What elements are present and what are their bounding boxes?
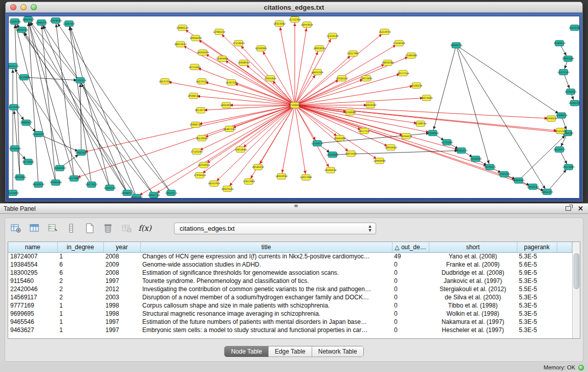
graph-node[interactable]: 10540232: [252, 164, 264, 170]
graph-edge[interactable]: [295, 25, 307, 105]
table-cell[interactable]: Wolkin et al. (1998): [429, 310, 517, 318]
graph-node[interactable]: 12444464: [216, 56, 228, 61]
graph-node[interactable]: 16963054: [313, 46, 325, 51]
graph-edge[interactable]: [295, 105, 421, 123]
graph-node[interactable]: 19416910: [470, 156, 482, 162]
column-header-spacer[interactable]: [557, 242, 572, 252]
table-selector-combobox[interactable]: citations_edges.txt ▲▼: [174, 223, 376, 234]
graph-edge[interactable]: [154, 105, 295, 194]
table-cell[interactable]: 0: [392, 310, 429, 318]
graph-node[interactable]: 18959934: [275, 173, 287, 179]
graph-edge[interactable]: [295, 56, 411, 105]
graph-node[interactable]: 21173865: [68, 176, 80, 181]
table-cell[interactable]: Dudbridge et al. (2008): [429, 269, 517, 277]
graph-node[interactable]: 17651848: [235, 147, 247, 152]
table-cell[interactable]: 5.3E-5: [517, 318, 557, 326]
graph-node[interactable]: 16721045: [441, 140, 453, 145]
table-cell[interactable]: 1997: [103, 326, 140, 334]
table-row[interactable]: 1872400712008Changes of HCN gene express…: [8, 252, 572, 260]
graph-edge[interactable]: [456, 45, 561, 115]
graph-edge[interactable]: [295, 105, 560, 130]
graph-node[interactable]: 18272215: [85, 182, 97, 187]
graph-node[interactable]: 15908914: [238, 60, 250, 65]
graph-node[interactable]: 16354014: [198, 162, 210, 168]
graph-node[interactable]: 14202034: [197, 50, 209, 55]
graph-edge[interactable]: [14, 107, 20, 178]
table-cell[interactable]: Corpus callosum shape and size in male p…: [140, 301, 392, 310]
graph-node[interactable]: 18563784: [16, 27, 28, 33]
graph-node[interactable]: 16570764: [9, 104, 20, 110]
table-row[interactable]: 977716911998Corpus callosum shape and si…: [8, 301, 572, 310]
graph-node[interactable]: 19586514: [188, 93, 200, 99]
graph-node[interactable]: 20437120: [130, 194, 142, 198]
column-header-pagerank[interactable]: pagerank: [517, 242, 557, 252]
column-header-title[interactable]: title: [140, 242, 392, 252]
graph-edge[interactable]: [69, 24, 92, 185]
graph-node[interactable]: 11254549: [326, 33, 338, 39]
column-header-year[interactable]: year: [103, 242, 140, 252]
table-cell[interactable]: 2008: [103, 252, 140, 260]
table-cell[interactable]: Jankovic et al. (1997): [429, 277, 517, 285]
graph-node[interactable]: 21045375: [569, 100, 579, 106]
graph-edge[interactable]: [547, 167, 569, 191]
graph-node[interactable]: 14275512: [196, 79, 208, 84]
graph-node[interactable]: 15134575: [311, 141, 323, 146]
tab-network-table[interactable]: Network Table: [312, 346, 363, 357]
graph-node[interactable]: 14850583: [364, 102, 376, 108]
graph-edge[interactable]: [295, 49, 319, 105]
graph-node[interactable]: 19924510: [527, 184, 538, 189]
graph-edge[interactable]: [56, 20, 171, 193]
table-row[interactable]: 946362711997Embryonic stem cells: a mode…: [8, 326, 572, 334]
graph-node[interactable]: 19565404: [50, 180, 61, 185]
graph-edge[interactable]: [28, 19, 171, 193]
table-cell[interactable]: 2009: [103, 260, 140, 269]
delete-column-icon[interactable]: [101, 222, 115, 234]
graph-edge[interactable]: [22, 30, 154, 195]
table-cell[interactable]: 0: [392, 301, 429, 310]
table-cell[interactable]: 1997: [103, 277, 140, 285]
graph-node[interactable]: 25160590: [9, 19, 20, 25]
table-cell[interactable]: 0: [392, 318, 429, 326]
column-header-out_de[interactable]: △ out_de…: [392, 242, 429, 252]
graph-node[interactable]: 16943014: [301, 22, 313, 28]
table-cell[interactable]: 0: [392, 285, 429, 293]
table-cell[interactable]: 5.9E-5: [517, 269, 557, 277]
zoom-button[interactable]: [31, 4, 37, 10]
graph-node[interactable]: 20020530: [32, 182, 44, 187]
table-cell[interactable]: 0: [392, 326, 429, 334]
graph-edge[interactable]: [295, 78, 366, 105]
graph-node[interactable]: 21802063: [54, 165, 66, 171]
graph-node[interactable]: 17135278: [74, 78, 86, 83]
table-cell[interactable]: 6: [57, 269, 103, 277]
graph-node[interactable]: 22045094: [334, 135, 345, 141]
table-cell[interactable]: Stergiakouli et al. (2012): [429, 285, 517, 293]
graph-edge[interactable]: [202, 105, 295, 138]
graph-edge[interactable]: [194, 67, 295, 105]
table-cell[interactable]: 0: [392, 293, 429, 301]
table-cell[interactable]: 5.3E-5: [517, 252, 557, 260]
graph-node[interactable]: 18273745: [557, 69, 569, 75]
graph-edge[interactable]: [241, 105, 295, 149]
table-cell[interactable]: 5.3E-5: [517, 310, 557, 318]
graph-node[interactable]: 14767534: [226, 80, 237, 85]
table-cell[interactable]: Yano et al. (2008): [429, 252, 517, 260]
table-cell[interactable]: Tibbo et al. (1998): [429, 301, 517, 310]
graph-node[interactable]: 20153835: [18, 74, 30, 80]
table-cell[interactable]: 0: [392, 269, 429, 277]
graph-node[interactable]: 17470459: [9, 190, 19, 195]
graph-node[interactable]: 17595305: [498, 171, 510, 177]
table-cell[interactable]: 1: [57, 310, 103, 318]
graph-node[interactable]: 16648744: [450, 42, 462, 48]
graph-node[interactable]: 12610651: [221, 102, 232, 108]
show-columns-icon[interactable]: [28, 222, 41, 234]
graph-edge[interactable]: [15, 21, 20, 178]
graph-node[interactable]: 18316626: [9, 146, 20, 151]
graph-edge[interactable]: [197, 105, 295, 151]
graph-edge[interactable]: [295, 32, 385, 105]
node-table[interactable]: namein_degreeyeartitle△ out_de…shortpage…: [8, 242, 572, 334]
graph-node[interactable]: 17934414: [194, 172, 206, 178]
graph-node[interactable]: 20537354: [159, 79, 171, 84]
import-table-icon[interactable]: [120, 222, 133, 234]
table-cell[interactable]: 2003: [103, 293, 140, 301]
graph-node[interactable]: 15860712: [190, 122, 202, 127]
